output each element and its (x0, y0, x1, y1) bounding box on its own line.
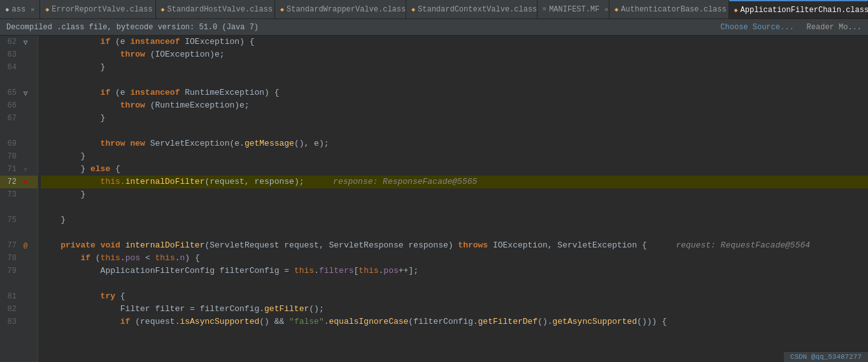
code-line-72: this.internalDoFilter(request, response)… (41, 176, 868, 188)
token: RuntimeException) { (185, 87, 279, 99)
line-num-80 (0, 277, 20, 290)
gutter-row-69: 69 (0, 137, 38, 150)
token: } (41, 163, 90, 176)
token: throw (41, 48, 150, 61)
token: pos (125, 252, 140, 265)
gutter-row-65: 65 ▽ (0, 87, 38, 99)
token: instanceof (130, 87, 185, 99)
token: getAsyncSupported (553, 316, 637, 328)
line-num-77: 77 (0, 239, 20, 252)
token: getFilterDef (478, 316, 538, 328)
line-num-73: 73 (0, 188, 20, 201)
gutter-marker-82 (20, 303, 31, 316)
gutter-row-80 (0, 277, 38, 290)
tab-icon-ass: ◆ (5, 5, 10, 14)
code-line-64: } (41, 61, 868, 74)
close-icon-manifest[interactable]: ✕ (604, 6, 608, 13)
gutter-marker-79 (20, 265, 31, 277)
code-line-70: } (41, 150, 868, 163)
choose-source-button[interactable]: Choose Source... (720, 23, 793, 32)
code-line-77: private void internalDoFilter(ServletReq… (41, 239, 868, 252)
gutter-row-68b (0, 125, 38, 137)
line-num-64: 64 (0, 61, 20, 74)
tab-error-report-valve[interactable]: ◆ ErrorReportValve.class ✕ (40, 0, 155, 19)
gutter-marker-78 (20, 252, 31, 265)
tab-manifest[interactable]: ≡ MANIFEST.MF ✕ (537, 0, 609, 19)
token: ++]; (399, 265, 418, 277)
token: ServletException(e. (150, 137, 245, 150)
tab-label-standard-context-valve: StandardContextValve.class (418, 5, 537, 14)
gutter-marker-63 (20, 48, 31, 61)
tab-application-filter-chain[interactable]: ◆ ApplicationFilterChain.class ✕ (729, 0, 869, 19)
token: else (90, 163, 115, 176)
tab-standard-host-valve[interactable]: ◆ StandardHostValve.class ✕ (156, 0, 275, 19)
token: } (41, 188, 85, 201)
token: () && (259, 316, 289, 328)
token: IOException) { (185, 36, 254, 48)
code-line-blank1 (41, 74, 868, 87)
tab-standard-context-valve[interactable]: ◆ StandardContextValve.class ✕ (406, 0, 537, 19)
line-num-66: 66 (0, 99, 20, 112)
line-num-67: 67 (0, 112, 20, 125)
breakpoint-icon-72[interactable]: ● (20, 176, 31, 188)
gutter-row-82: 82 (0, 303, 38, 316)
line-num-83: 83 (0, 316, 20, 328)
line-num-70: 70 (0, 150, 20, 163)
close-icon-ass[interactable]: ✕ (31, 6, 34, 13)
code-line-69: throw new ServletException(e.getMessage(… (41, 137, 868, 150)
tab-icon-standard-host-valve: ◆ (161, 5, 165, 14)
gutter-row-83: 83 (0, 316, 38, 328)
gutter-marker-66 (20, 99, 31, 112)
gutter-marker-65: ▽ (20, 87, 31, 99)
token: < (140, 252, 155, 265)
code-editor[interactable]: if (e instanceof IOException) { throw (I… (38, 36, 868, 362)
gutter-row-81: 81 (0, 290, 38, 303)
token: equalsIgnoreCase (329, 316, 409, 328)
code-line-67: } (41, 112, 868, 125)
tab-authenticator-base[interactable]: ◆ AuthenticatorBase.class ✕ (609, 0, 729, 19)
token: isAsyncSupported (180, 316, 259, 328)
line-num-72: 72 (0, 176, 20, 188)
gutter-marker-64 (20, 61, 31, 74)
token: this. (41, 176, 125, 188)
line-num-63: 63 (0, 48, 20, 61)
code-line-71: } else { (41, 163, 868, 176)
gutter-marker-blank1 (20, 74, 31, 87)
line-num-74 (0, 201, 20, 214)
gutter-marker-73 (20, 188, 31, 201)
token: (ServletRequest request, ServletResponse… (204, 239, 458, 252)
token: this (155, 252, 174, 265)
line-num-65: 65 (0, 87, 20, 99)
tab-label-standard-host-valve: StandardHostValve.class (167, 5, 273, 14)
token: (RuntimeException)e; (150, 99, 250, 112)
debug-hint-77: request: RequestFacade@5564 (666, 239, 810, 252)
status-bar: Decompiled .class file, bytecode version… (0, 19, 868, 36)
tab-icon-standard-wrapper-valve: ◆ (280, 5, 284, 14)
reader-mode-button[interactable]: Reader Mo... (807, 23, 862, 32)
token: private (41, 239, 101, 252)
code-line-75: } (41, 214, 868, 226)
code-line-blank5 (41, 277, 868, 290)
line-num-81: 81 (0, 290, 20, 303)
tab-icon-manifest: ≡ (543, 5, 546, 14)
code-line-82: Filter filter = filterConfig.getFilter()… (41, 303, 868, 316)
tab-ass[interactable]: ◆ ass ✕ (0, 0, 40, 19)
token: instanceof (130, 36, 185, 48)
debug-hint-72: response: ResponseFacade@5565 (323, 176, 477, 188)
tab-standard-wrapper-valve[interactable]: ◆ StandardWrapperValve.class ✕ (275, 0, 406, 19)
line-num-82: 82 (0, 303, 20, 316)
token: getMessage (245, 137, 294, 150)
gutter-marker-83 (20, 316, 31, 328)
token: } (41, 214, 66, 226)
token: . (379, 265, 384, 277)
token: ())) { (637, 316, 667, 328)
token: { (120, 290, 125, 303)
token: } (41, 112, 105, 125)
gutter-marker-62: ▽ (20, 36, 31, 48)
code-line-blank2 (41, 125, 868, 137)
gutter-marker-75 (20, 214, 31, 226)
gutter-row-67: 67 (0, 112, 38, 125)
token: (e (115, 36, 130, 48)
code-line-blank3 (41, 201, 868, 214)
gutter-marker-71: ▽ (20, 163, 31, 176)
